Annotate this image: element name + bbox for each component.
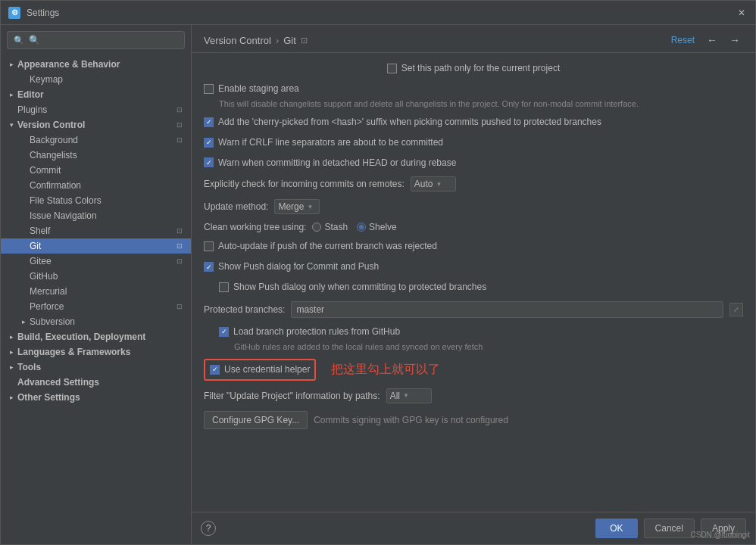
ext-icon: ⊡	[174, 226, 185, 236]
set-path-only-checkbox[interactable]	[387, 64, 397, 73]
update-method-label: Update method:	[204, 201, 268, 212]
configure-gpg-button[interactable]: Configure GPG Key...	[204, 411, 308, 429]
cherry-pick-checkbox-wrap[interactable]: Add the 'cherry-picked from <hash>' suff…	[204, 116, 601, 129]
clean-stash-option[interactable]: Stash	[312, 222, 348, 232]
set-path-only-checkbox-wrap[interactable]: Set this path only for the current proje…	[387, 62, 560, 75]
sidebar-item-build[interactable]: ▸ Build, Execution, Deployment	[1, 329, 191, 344]
sidebar-item-editor[interactable]: ▸ Editor	[1, 87, 191, 102]
sidebar-item-version-control[interactable]: ▾ Version Control ⊡	[1, 117, 191, 132]
warn-crlf-checkbox-wrap[interactable]: Warn if CRLF line separators are about t…	[204, 136, 443, 149]
ext-icon: ⊡	[174, 241, 185, 251]
apply-button[interactable]: Apply	[701, 519, 746, 538]
check-incoming-row: Explicitly check for incoming commits on…	[204, 176, 743, 192]
sidebar-item-label: Background	[30, 135, 174, 145]
footer-actions: OK Cancel Apply	[595, 519, 746, 538]
warn-detached-checkbox-wrap[interactable]: Warn when committing in detached HEAD or…	[204, 157, 456, 170]
check-incoming-select[interactable]: Auto ▼	[411, 176, 456, 192]
warn-crlf-checkbox[interactable]	[204, 138, 214, 148]
search-input[interactable]	[29, 35, 178, 45]
sidebar-item-languages[interactable]: ▸ Languages & Frameworks	[1, 344, 191, 360]
use-credential-checkbox[interactable]	[210, 365, 220, 375]
clean-shelve-option[interactable]: Shelve	[357, 222, 397, 232]
sidebar-item-appearance[interactable]: ▸ Appearance & Behavior	[1, 57, 191, 72]
sidebar-item-label: Plugins	[17, 104, 174, 115]
expand-arrow-icon	[19, 226, 28, 235]
settings-window: ⚙ Settings ✕ 🔍 ▸ Appearance & Behavior	[0, 0, 756, 545]
sidebar-item-commit[interactable]: Commit	[1, 163, 191, 178]
sidebar-item-file-status-colors[interactable]: File Status Colors	[1, 193, 191, 208]
warn-detached-checkbox[interactable]	[204, 157, 214, 167]
show-push-dialog-checkbox[interactable]	[204, 262, 214, 272]
use-credential-checkbox-wrap[interactable]: Use credential helper	[210, 363, 310, 376]
expand-arrow-icon	[19, 135, 28, 145]
search-icon: 🔍	[14, 36, 24, 45]
sidebar-item-label: Mercurial	[30, 286, 185, 297]
show-push-protected-checkbox[interactable]	[219, 282, 229, 292]
sidebar-item-label: File Status Colors	[30, 195, 185, 206]
header-actions: Reset ← →	[668, 33, 743, 48]
enable-staging-checkbox[interactable]	[204, 84, 214, 94]
filter-update-row: Filter "Update Project" information by p…	[204, 388, 743, 403]
load-branch-protection-checkbox-wrap[interactable]: Load branch protection rules from GitHub	[219, 325, 400, 338]
show-push-protected-checkbox-wrap[interactable]: Show Push dialog only when committing to…	[219, 281, 486, 294]
sidebar-item-tools[interactable]: ▸ Tools	[1, 360, 191, 375]
clean-working-tree-row: Clean working tree using: Stash Shelve	[204, 222, 743, 232]
sidebar-item-mercurial[interactable]: Mercurial	[1, 284, 191, 299]
enable-staging-checkbox-wrap[interactable]: Enable staging area	[204, 83, 299, 95]
sidebar-item-github[interactable]: GitHub	[1, 269, 191, 284]
use-credential-label: Use credential helper	[224, 363, 310, 376]
sidebar-item-other[interactable]: ▸ Other Settings	[1, 390, 191, 405]
clean-shelve-radio[interactable]	[357, 223, 366, 232]
clean-radio-group: Stash Shelve	[312, 222, 396, 232]
warn-detached-row: Warn when committing in detached HEAD or…	[204, 157, 743, 170]
check-incoming-value: Auto	[414, 179, 433, 189]
help-button[interactable]: ?	[201, 521, 216, 536]
nav-tree: ▸ Appearance & Behavior Keymap ▸ Editor …	[1, 55, 191, 544]
load-branch-protection-checkbox[interactable]	[219, 327, 229, 337]
sidebar-item-label: Appearance & Behavior	[17, 59, 185, 70]
filter-update-select[interactable]: All ▼	[386, 388, 432, 403]
sidebar-item-plugins[interactable]: Plugins ⊡	[1, 102, 191, 117]
show-push-protected-row: Show Push dialog only when committing to…	[204, 281, 743, 294]
cancel-button[interactable]: Cancel	[644, 519, 695, 538]
sidebar-item-confirmation[interactable]: Confirmation	[1, 178, 191, 193]
auto-update-checkbox-wrap[interactable]: Auto-update if push of the current branc…	[204, 240, 437, 253]
ext-icon: ⊡	[174, 104, 185, 115]
enable-staging-row: Enable staging area	[204, 83, 743, 95]
protected-branches-input[interactable]	[291, 301, 723, 318]
sidebar-item-gitee[interactable]: Gitee ⊡	[1, 254, 191, 269]
ext-icon: ⊡	[174, 256, 185, 266]
breadcrumb-current: Git	[283, 35, 296, 46]
update-method-row: Update method: Merge ▼	[204, 199, 743, 214]
cherry-pick-checkbox[interactable]	[204, 117, 214, 127]
expand-arrow-icon: ▾	[7, 120, 16, 129]
sidebar-item-label: Tools	[17, 362, 185, 372]
close-button[interactable]: ✕	[736, 7, 748, 19]
sidebar-item-perforce[interactable]: Perforce ⊡	[1, 299, 191, 314]
sidebar-item-label: Confirmation	[30, 180, 185, 191]
expand-arrow-icon	[19, 302, 28, 311]
reset-button[interactable]: Reset	[668, 33, 698, 47]
auto-update-checkbox[interactable]	[204, 241, 214, 251]
sidebar-item-git[interactable]: Git ⊡	[1, 238, 191, 254]
clean-stash-radio[interactable]	[312, 223, 321, 232]
sidebar-item-changelists[interactable]: Changelists	[1, 148, 191, 163]
enable-staging-label: Enable staging area	[218, 83, 299, 95]
sidebar-item-background[interactable]: Background ⊡	[1, 132, 191, 148]
ok-button[interactable]: OK	[595, 519, 637, 538]
sidebar-item-advanced[interactable]: Advanced Settings	[1, 375, 191, 390]
sidebar-item-label: Gitee	[30, 256, 174, 266]
search-box[interactable]: 🔍	[7, 31, 185, 49]
forward-button[interactable]: →	[726, 33, 743, 48]
update-method-select[interactable]: Merge ▼	[274, 199, 320, 214]
sidebar-item-subversion[interactable]: ▸ Subversion	[1, 314, 191, 329]
panel-header: Version Control › Git ⊡ Reset ← →	[192, 25, 755, 53]
show-push-dialog-checkbox-wrap[interactable]: Show Push dialog for Commit and Push	[204, 260, 379, 273]
sidebar-item-keymap[interactable]: Keymap	[1, 72, 191, 87]
set-path-only-row: Set this path only for the current proje…	[204, 62, 743, 75]
sidebar-item-issue-navigation[interactable]: Issue Navigation	[1, 208, 191, 223]
sidebar-item-shelf[interactable]: Shelf ⊡	[1, 223, 191, 238]
expand-arrow-icon	[19, 181, 28, 190]
back-button[interactable]: ←	[704, 33, 720, 48]
expand-button[interactable]: ⤢	[729, 303, 743, 316]
